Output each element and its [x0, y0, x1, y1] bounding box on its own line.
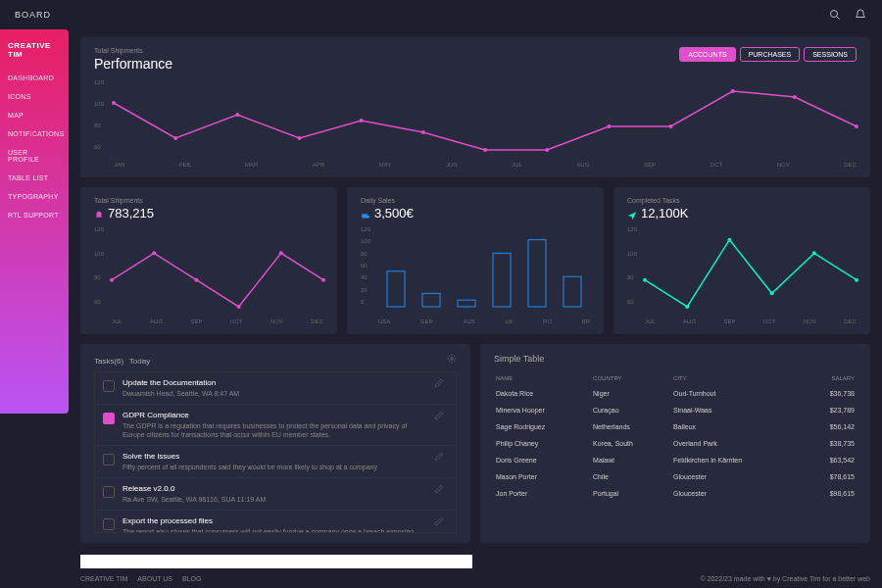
brand: BOARD: [15, 10, 51, 20]
table-header: NAME: [494, 371, 591, 385]
task-checkbox[interactable]: [103, 380, 115, 392]
task-desc: Ra Ave SW, Seattle, WA 98116, SUA 11:19 …: [122, 495, 426, 504]
send-icon: [627, 209, 637, 219]
footer-copyright: © 2022/23 made with ♥ by Creative Tim fo…: [700, 575, 870, 582]
task-desc: Dwuamish Head, Seattle, WA 8:47 AM: [122, 389, 426, 398]
task-item: Export the processed filesThe report als…: [95, 511, 454, 533]
svg-rect-24: [422, 293, 440, 307]
svg-point-5: [298, 136, 302, 140]
performance-chart: 1201008060 JANFEBMARAPRMAYJUNJULAUGSEPOC…: [94, 79, 857, 168]
shipments-card: Total Shipments 783,215 1201008060 JULAU…: [80, 187, 337, 334]
svg-point-13: [793, 95, 797, 99]
footer-links: CREATIVE TIMABOUT USBLOG: [80, 575, 201, 582]
task-item: Release v2.0.0Ra Ave SW, Seattle, WA 981…: [95, 478, 454, 511]
svg-point-29: [643, 278, 647, 282]
simple-table: NAMECOUNTRYCITYSALARY Dakota RiceNigerOu…: [494, 371, 857, 502]
task-desc: Fifty percent of all respondents said th…: [122, 463, 426, 471]
tasks-stat-value: 12,100K: [641, 206, 688, 220]
table-row: Philip ChaneyKorea, SouthOverland Park$3…: [494, 435, 857, 452]
svg-point-16: [152, 251, 156, 255]
edit-icon[interactable]: [434, 484, 446, 496]
sidebar-header: CREATIVE TIM: [0, 37, 69, 63]
task-title: Export the processed files: [122, 516, 426, 525]
table-row: Minerva HooperCuraçaoSinaai-Waas$23,789: [494, 402, 857, 418]
svg-point-14: [855, 124, 858, 128]
edit-icon[interactable]: [434, 452, 446, 464]
svg-point-34: [855, 278, 858, 282]
table-row: Sage RodriguezNetherlandsBaileux$56,142: [494, 418, 857, 435]
svg-rect-23: [387, 271, 405, 307]
task-title: GDPR Compliance: [122, 411, 426, 419]
sidebar: CREATIVE TIM DASHBOARDICONSMAPNOTIFICATI…: [0, 29, 69, 414]
sidebar-item-2[interactable]: MAP: [0, 106, 69, 124]
table-row: Mason PorterChileGloucester$78,615: [494, 468, 857, 485]
svg-line-1: [837, 17, 840, 20]
task-title: Solve the issues: [122, 452, 426, 461]
svg-point-30: [685, 305, 689, 309]
task-checkbox[interactable]: [103, 413, 115, 424]
shipments-label: Total Shipments: [94, 197, 323, 204]
tab-purchases[interactable]: PURCHASES: [740, 47, 801, 62]
gear-icon[interactable]: [447, 354, 457, 366]
table-row: Dakota RiceNigerOud-Turnhout$36,738: [494, 385, 857, 402]
table-header: COUNTRY: [591, 371, 671, 385]
topbar: BOARD: [0, 0, 882, 29]
svg-point-32: [770, 291, 774, 295]
task-checkbox[interactable]: [103, 454, 115, 466]
tab-accounts[interactable]: ACCOUNTS: [679, 47, 735, 62]
sidebar-item-3[interactable]: NOTIFICATIONS: [0, 124, 69, 143]
edit-icon[interactable]: [434, 411, 446, 422]
main: Total Shipments Performance ACCOUNTSPURC…: [80, 29, 882, 553]
sidebar-item-1[interactable]: ICONS: [0, 87, 69, 106]
notifications-icon[interactable]: [854, 8, 867, 22]
svg-point-6: [360, 119, 364, 122]
sidebar-nav: DASHBOARDICONSMAPNOTIFICATIONSUSER PROFI…: [0, 69, 69, 224]
edit-icon[interactable]: [434, 516, 446, 528]
sidebar-item-6[interactable]: TYPOGRAPHY: [0, 187, 69, 206]
tab-sessions[interactable]: SESSIONS: [804, 47, 857, 62]
table-row: Doris GreeneMalawiFeldkirchen in Kärnten…: [494, 452, 857, 468]
shipments-chart: 1201008060 JULAUGSEPOCTNOVDEC: [94, 226, 323, 324]
svg-point-15: [110, 278, 114, 282]
svg-point-33: [812, 251, 816, 255]
task-checkbox[interactable]: [103, 486, 115, 498]
tasks-chart: 1201008060 JULAUGSEPOCTNOVDEC: [627, 226, 857, 324]
svg-rect-22: [368, 216, 369, 219]
sales-label: Daily Sales: [361, 197, 590, 204]
topbar-actions: [828, 8, 867, 22]
tasks-subtitle: Today: [129, 357, 150, 366]
task-list[interactable]: Update the DocumentationDwuamish Head, S…: [94, 371, 457, 533]
search-icon[interactable]: [828, 8, 842, 22]
svg-rect-25: [458, 300, 475, 307]
svg-point-31: [727, 238, 731, 242]
svg-point-19: [279, 251, 283, 255]
footer-link[interactable]: CREATIVE TIM: [80, 575, 127, 582]
sidebar-item-0[interactable]: DASHBOARD: [0, 69, 69, 87]
tasks-stat-label: Completed Tasks: [627, 197, 857, 204]
footer-link[interactable]: BLOG: [182, 575, 201, 582]
task-desc: The GDPR is a regulation that requires b…: [122, 421, 426, 439]
table-header: SALARY: [804, 371, 857, 385]
svg-rect-28: [564, 276, 581, 307]
task-title: Update the Documentation: [122, 378, 426, 387]
edit-icon[interactable]: [434, 378, 446, 390]
sidebar-item-7[interactable]: RTL SUPPORT: [0, 206, 69, 224]
sidebar-item-4[interactable]: USER PROFILE: [0, 143, 69, 169]
task-item: GDPR ComplianceThe GDPR is a regulation …: [95, 405, 454, 446]
shipments-value: 783,215: [108, 206, 154, 220]
sales-card: Daily Sales 3,500€ 120100806040200 USAGE…: [347, 187, 604, 334]
search-input[interactable]: [80, 555, 472, 568]
table-row: Jon PorterPortugalGloucester$98,615: [494, 485, 857, 502]
svg-point-12: [731, 89, 735, 93]
svg-point-35: [451, 358, 454, 361]
footer-link[interactable]: ABOUT US: [137, 575, 172, 582]
task-checkbox[interactable]: [103, 518, 115, 530]
sidebar-item-5[interactable]: TABLE LIST: [0, 169, 69, 187]
task-item: Solve the issuesFifty percent of all res…: [95, 446, 454, 478]
performance-title: Performance: [94, 56, 172, 72]
tasks-title: Tasks(6): [94, 357, 123, 366]
delivery-icon: [361, 209, 370, 219]
task-title: Release v2.0.0: [122, 484, 426, 493]
sales-value: 3,500€: [374, 206, 414, 220]
svg-rect-26: [493, 253, 511, 307]
